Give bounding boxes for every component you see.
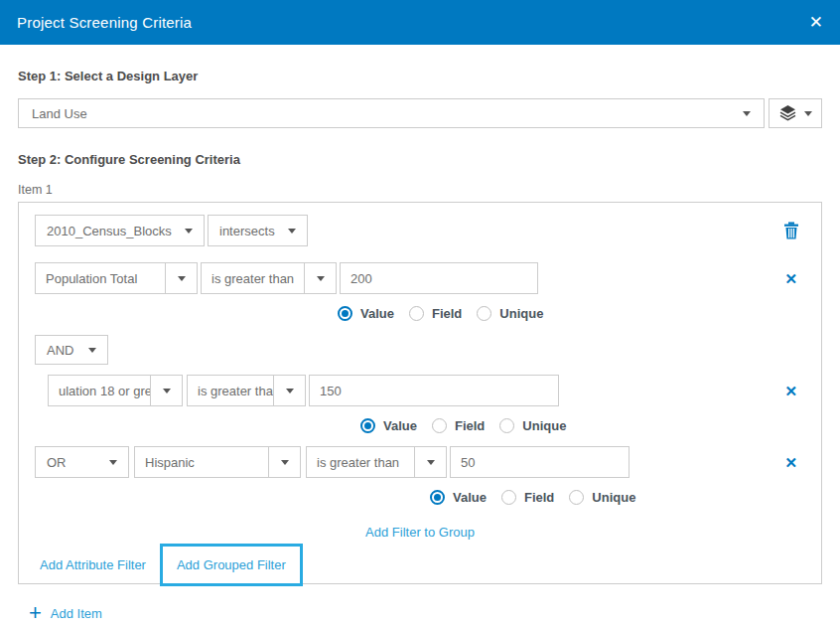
radio-field-label: Field xyxy=(524,490,554,505)
group-logical-operator-value: AND xyxy=(47,343,73,358)
layer-options-button[interactable] xyxy=(769,98,822,128)
chevron-down-icon xyxy=(288,229,296,234)
radio-unique-3[interactable] xyxy=(569,490,584,505)
dialog-title: Project Screening Criteria xyxy=(17,14,192,31)
attribute-filter-row-2: ulation 18 or greater is greater than ✕ xyxy=(48,375,805,406)
chevron-down-icon xyxy=(286,389,294,393)
trash-icon xyxy=(783,222,799,239)
radio-field-label: Field xyxy=(432,306,462,321)
value-type-radios-3: Value Field Unique xyxy=(430,490,805,505)
design-layer-row: Land Use xyxy=(18,98,822,128)
chevron-down-icon xyxy=(317,276,325,281)
attribute-filter-row-1: Population Total is greater than ✕ xyxy=(35,262,805,294)
attribute-filter-row-3: OR Hispanic is greater than ✕ xyxy=(35,446,805,478)
add-item-link[interactable]: Add Item xyxy=(51,606,102,621)
value-input-3[interactable] xyxy=(450,446,630,478)
field-select-2[interactable]: ulation 18 or greater xyxy=(48,375,183,406)
tutorial-highlight-box: Add Grouped Filter xyxy=(160,544,303,586)
chevron-down-icon xyxy=(178,276,186,281)
remove-filter-3-icon[interactable]: ✕ xyxy=(784,455,797,470)
value-type-radios-1: Value Field Unique xyxy=(338,306,805,321)
layers-icon xyxy=(779,105,796,121)
dialog-body: Step 1: Select a Design Layer Land Use S… xyxy=(0,69,840,622)
radio-field-label: Field xyxy=(455,418,485,433)
field-value-3: Hispanic xyxy=(135,447,268,477)
chevron-down-icon xyxy=(427,460,435,465)
radio-value-2[interactable] xyxy=(360,418,375,433)
add-filter-to-group-row: Add Filter to Group xyxy=(35,523,805,541)
radio-value-label: Value xyxy=(453,490,487,505)
radio-field-1[interactable] xyxy=(409,306,424,321)
chevron-down-icon xyxy=(281,460,289,465)
item-label: Item 1 xyxy=(18,183,822,197)
field-select-1[interactable]: Population Total xyxy=(35,262,198,294)
design-layer-select[interactable]: Land Use xyxy=(18,98,765,128)
spatial-operator-value: intersects xyxy=(219,224,275,238)
chevron-down-icon xyxy=(88,348,96,353)
operator-value-1: is greater than xyxy=(202,263,304,293)
census-layer-value: 2010_Census_Blocks xyxy=(47,224,172,238)
logical-operator-row: AND xyxy=(35,335,805,365)
radio-unique-label: Unique xyxy=(522,418,566,433)
radio-value-3[interactable] xyxy=(430,490,445,505)
add-item-row[interactable]: + Add Item xyxy=(29,604,822,622)
field-value-2: ulation 18 or greater xyxy=(49,376,150,405)
step2-label: Step 2: Configure Screening Criteria xyxy=(18,152,822,167)
filter3-logical-operator-select[interactable]: OR xyxy=(35,446,129,478)
add-filter-to-group-link[interactable]: Add Filter to Group xyxy=(365,525,475,540)
radio-unique-1[interactable] xyxy=(477,306,491,321)
chevron-down-icon xyxy=(804,111,812,116)
add-attribute-filter-link[interactable]: Add Attribute Filter xyxy=(40,557,146,572)
operator-value-2: is greater than xyxy=(188,376,273,405)
value-input-1[interactable] xyxy=(340,262,538,294)
value-type-radios-2: Value Field Unique xyxy=(360,418,805,433)
radio-unique-2[interactable] xyxy=(499,418,514,433)
item-panel: 2010_Census_Blocks intersects xyxy=(18,202,822,584)
operator-select-2[interactable]: is greater than xyxy=(187,375,306,406)
add-grouped-filter-link[interactable]: Add Grouped Filter xyxy=(177,557,286,572)
close-icon[interactable]: ✕ xyxy=(809,14,823,31)
spatial-filter-row: 2010_Census_Blocks intersects xyxy=(35,215,805,246)
step1-label: Step 1: Select a Design Layer xyxy=(18,69,822,83)
remove-filter-2-icon[interactable]: ✕ xyxy=(784,384,797,398)
radio-unique-label: Unique xyxy=(592,490,635,505)
radio-value-1[interactable] xyxy=(338,306,352,321)
radio-field-2[interactable] xyxy=(432,418,447,433)
delete-item-button[interactable] xyxy=(783,222,799,239)
radio-unique-label: Unique xyxy=(499,306,543,321)
radio-value-label: Value xyxy=(360,306,394,321)
radio-field-3[interactable] xyxy=(501,490,516,505)
dialog-header: Project Screening Criteria ✕ xyxy=(0,0,840,45)
design-layer-value: Land Use xyxy=(32,106,87,121)
field-select-3[interactable]: Hispanic xyxy=(134,446,301,478)
spatial-operator-select[interactable]: intersects xyxy=(208,215,308,246)
field-value-1: Population Total xyxy=(36,263,165,293)
operator-value-3: is greater than xyxy=(307,447,414,477)
remove-filter-1-icon[interactable]: ✕ xyxy=(784,271,797,286)
value-input-2[interactable] xyxy=(309,375,559,406)
filter-links-row: Add Attribute Filter Add Grouped Filter xyxy=(40,543,805,587)
group-logical-operator-select[interactable]: AND xyxy=(35,335,108,365)
chevron-down-icon xyxy=(185,229,193,234)
operator-select-3[interactable]: is greater than xyxy=(306,446,447,478)
chevron-down-icon xyxy=(743,111,751,116)
plus-icon: + xyxy=(29,604,42,622)
filter3-logical-operator-value: OR xyxy=(47,455,67,470)
radio-value-label: Value xyxy=(383,418,417,433)
project-screening-criteria-dialog: Project Screening Criteria ✕ Step 1: Sel… xyxy=(0,0,840,628)
chevron-down-icon xyxy=(109,460,117,465)
census-layer-select[interactable]: 2010_Census_Blocks xyxy=(35,215,205,246)
operator-select-1[interactable]: is greater than xyxy=(201,262,337,294)
chevron-down-icon xyxy=(163,389,171,393)
